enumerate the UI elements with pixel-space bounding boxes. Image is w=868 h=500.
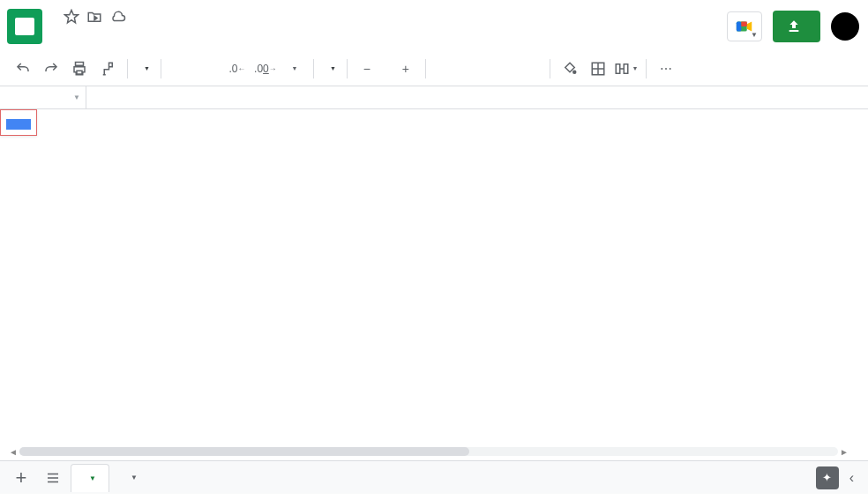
sheet-tab-consolidated[interactable]: ▼ — [113, 464, 150, 492]
explore-button[interactable] — [816, 466, 839, 489]
importrange-popup — [0, 109, 37, 136]
merge-cells-button[interactable]: ▼ — [614, 56, 639, 81]
font-select[interactable]: ▼ — [321, 65, 340, 71]
toolbar: ▼ .0← .00→ ▼ ▼ − + ▼ ⋯ — [0, 51, 868, 86]
fill-color-button[interactable] — [557, 56, 582, 81]
svg-rect-3 — [789, 30, 799, 32]
redo-button[interactable] — [39, 56, 64, 81]
font-size-increase[interactable]: + — [393, 56, 418, 81]
account-avatar[interactable] — [831, 12, 859, 41]
menu-bar — [49, 28, 727, 51]
format-currency-button[interactable] — [168, 56, 193, 81]
borders-button[interactable] — [586, 56, 610, 81]
sheets-logo[interactable] — [7, 9, 42, 44]
svg-rect-2 — [741, 22, 746, 27]
name-box[interactable]: ▼ — [0, 86, 86, 108]
increase-decimal-button[interactable]: .00→ — [253, 56, 278, 81]
more-formats-button[interactable]: ▼ — [281, 56, 306, 81]
cloud-status-icon[interactable] — [109, 9, 127, 25]
svg-point-4 — [573, 71, 576, 73]
more-toolbar-button[interactable]: ⋯ — [654, 56, 678, 81]
svg-rect-6 — [48, 473, 58, 474]
print-button[interactable] — [67, 56, 92, 81]
move-icon[interactable] — [86, 9, 102, 25]
italic-button[interactable] — [461, 56, 486, 81]
doc-title[interactable] — [49, 15, 56, 19]
font-size-decrease[interactable]: − — [355, 56, 379, 81]
star-icon[interactable] — [64, 9, 79, 25]
svg-rect-7 — [48, 477, 58, 479]
side-panel-toggle[interactable]: ‹ — [849, 470, 854, 486]
all-sheets-button[interactable] — [39, 464, 67, 492]
decrease-decimal-button[interactable]: .0← — [225, 56, 250, 81]
sheet-tab-active[interactable]: ▼ — [71, 464, 109, 492]
text-color-button[interactable] — [518, 56, 542, 81]
svg-rect-1 — [737, 22, 742, 32]
add-sheet-button[interactable]: + — [7, 464, 35, 492]
bold-button[interactable] — [433, 56, 458, 81]
format-percent-button[interactable] — [197, 56, 221, 81]
svg-rect-8 — [48, 481, 58, 482]
meet-button[interactable]: ▼ — [727, 11, 762, 41]
paint-format-button[interactable] — [95, 56, 120, 81]
share-button[interactable] — [773, 11, 820, 42]
strikethrough-button[interactable] — [490, 56, 514, 81]
undo-button[interactable] — [11, 56, 35, 81]
horizontal-scrollbar[interactable]: ◄► — [7, 446, 850, 457]
zoom-select[interactable]: ▼ — [135, 65, 153, 71]
allow-access-button[interactable] — [6, 119, 31, 130]
spreadsheet-grid[interactable]: ◄► — [0, 109, 868, 460]
